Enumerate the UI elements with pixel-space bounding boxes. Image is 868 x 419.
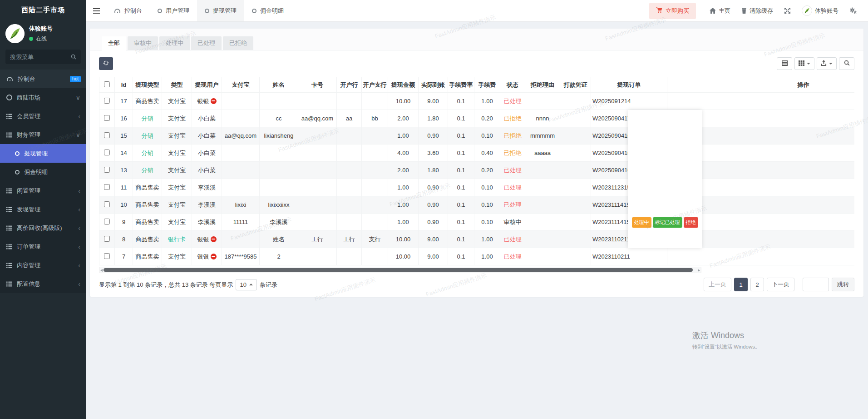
col-开户行[interactable]: 开户行 [337, 77, 362, 93]
page-size-select[interactable]: 10 [236, 279, 256, 290]
cell-select [99, 110, 115, 127]
tab-已处理[interactable]: 已处理 [191, 36, 222, 50]
col-打款凭证[interactable]: 打款凭证 [560, 77, 591, 93]
row-checkbox[interactable] [104, 98, 110, 104]
tab-处理中[interactable]: 处理中 [159, 36, 190, 50]
sidebar-item-会员管理[interactable]: 会员管理‹ [0, 107, 86, 125]
cell-withdraw_type: 商品售卖 [133, 93, 162, 110]
page-button-2[interactable]: 2 [750, 278, 764, 291]
col-状态[interactable]: 状态 [500, 77, 525, 93]
home-link[interactable]: 主页 [704, 7, 736, 15]
row-checkbox[interactable] [104, 201, 110, 207]
search-icon[interactable] [71, 54, 76, 60]
row-checkbox[interactable] [104, 115, 110, 121]
horizontal-scrollbar[interactable] [99, 267, 701, 273]
fullscreen-button[interactable] [779, 7, 796, 14]
sidebar-item-佣金明细[interactable]: 佣金明细 [0, 163, 86, 181]
action-button-处理中[interactable]: 处理中 [632, 217, 651, 228]
circle-icon [15, 151, 20, 156]
scrollbar-thumb[interactable] [104, 268, 693, 272]
col-类型[interactable]: 类型 [162, 77, 192, 93]
cell-fee_rate: 0.1 [448, 110, 474, 127]
account-menu[interactable]: 体验账号 [796, 5, 844, 16]
buy-now-button[interactable]: 立即购买 [649, 3, 696, 19]
sidebar-item-提现管理[interactable]: 提现管理 [0, 144, 86, 163]
col-提现用户[interactable]: 提现用户 [192, 77, 222, 93]
col-支付宝[interactable]: 支付宝 [222, 77, 260, 93]
col-操作[interactable]: 操作 [667, 77, 855, 93]
sidebar-search-input[interactable] [10, 54, 64, 60]
col-提现订单[interactable]: 提现订单 [591, 77, 667, 93]
tab-审核中[interactable]: 审核中 [128, 36, 158, 50]
buy-now-label: 立即购买 [666, 7, 689, 15]
row-checkbox[interactable] [104, 236, 110, 242]
cell-actual: 0.90 [419, 127, 448, 145]
home-icon [710, 8, 716, 14]
sidebar-item-财务管理[interactable]: 财务管理∨ [0, 125, 86, 144]
sidebar-item-控制台[interactable]: 控制台hot [0, 70, 86, 88]
tab-全部[interactable]: 全部 [102, 36, 126, 50]
sidebar-item-订单管理[interactable]: 订单管理‹ [0, 237, 86, 256]
scroll-left-icon[interactable] [100, 269, 103, 272]
jump-button[interactable]: 跳转 [832, 278, 854, 291]
jump-page-input[interactable] [803, 278, 829, 291]
row-checkbox[interactable] [104, 219, 110, 224]
action-button-标记已处理[interactable]: 标记已处理 [653, 217, 682, 228]
sidebar-search [5, 50, 81, 64]
row-checkbox[interactable] [104, 132, 110, 138]
sidebar-item-西陆市场[interactable]: 西陆市场∨ [0, 88, 86, 107]
select-all-checkbox[interactable] [104, 81, 110, 87]
prev-page-button[interactable]: 上一页 [704, 278, 731, 291]
sidebar-item-发现管理[interactable]: 发现管理‹ [0, 200, 86, 219]
sidebar-item-配置信息[interactable]: 配置信息‹ [0, 274, 86, 293]
user-avatar[interactable] [5, 24, 25, 43]
refresh-button[interactable] [99, 57, 113, 70]
topnav-tab-用户管理[interactable]: 用户管理 [150, 0, 197, 21]
cell-withdraw_type: 商品售卖 [133, 248, 162, 265]
cell-status: 已拒绝 [500, 110, 525, 127]
sidebar-item-label: 控制台 [18, 75, 35, 83]
cell-fee_rate: 0.1 [448, 127, 474, 145]
col-手续费[interactable]: 手续费 [474, 77, 500, 93]
list-icon [6, 188, 12, 194]
cell-fee: 0.10 [474, 196, 500, 214]
sidebar-item-高价回收(高级版)[interactable]: 高价回收(高级版)‹ [0, 219, 86, 237]
col-提现金额[interactable]: 提现金额 [388, 77, 419, 93]
col-提现类型[interactable]: 提现类型 [133, 77, 162, 93]
row-checkbox[interactable] [104, 150, 110, 155]
cell-status: 已处理 [500, 196, 525, 214]
sidebar-item-闲置管理[interactable]: 闲置管理‹ [0, 181, 86, 200]
next-page-button[interactable]: 下一页 [767, 278, 794, 291]
sidebar-item-内容管理[interactable]: 内容管理‹ [0, 256, 86, 274]
search-toggle-button[interactable] [839, 57, 854, 70]
row-checkbox[interactable] [104, 184, 110, 190]
cell-status: 已拒绝 [500, 145, 525, 162]
col-拒绝理由[interactable]: 拒绝理由 [525, 77, 560, 93]
topnav-tab-提现管理[interactable]: 提现管理 [197, 0, 244, 21]
cell-user: 小白菜 [192, 127, 222, 145]
cell-order: W2023110211 [591, 248, 667, 265]
topnav-tab-控制台[interactable]: 控制台 [106, 0, 150, 21]
clear-cache-link[interactable]: 清除缓存 [736, 7, 779, 15]
action-button-拒绝[interactable]: 拒绝 [684, 217, 698, 228]
col-卡号[interactable]: 卡号 [298, 77, 337, 93]
col-开户支行[interactable]: 开户支行 [362, 77, 388, 93]
columns-button[interactable] [794, 57, 814, 70]
topnav-tab-佣金明细[interactable]: 佣金明细 [244, 0, 291, 21]
tab-已拒绝[interactable]: 已拒绝 [223, 36, 253, 50]
row-checkbox[interactable] [104, 167, 110, 173]
col-实际到账[interactable]: 实际到账 [419, 77, 448, 93]
row-checkbox[interactable] [104, 253, 110, 259]
menu-toggle-icon[interactable] [86, 0, 106, 21]
export-button[interactable] [817, 57, 837, 70]
page-button-1[interactable]: 1 [734, 278, 748, 291]
card-view-button[interactable] [777, 57, 792, 70]
cell-reason: aaaaa [525, 145, 560, 162]
col-手续费率[interactable]: 手续费率 [448, 77, 474, 93]
col-姓名[interactable]: 姓名 [260, 77, 298, 93]
toolbar-right-group [777, 57, 854, 70]
chevron-left-icon: ‹ [78, 262, 80, 269]
scroll-right-icon[interactable] [698, 269, 700, 272]
settings-menu[interactable] [844, 7, 863, 14]
col-Id[interactable]: Id [115, 77, 133, 93]
